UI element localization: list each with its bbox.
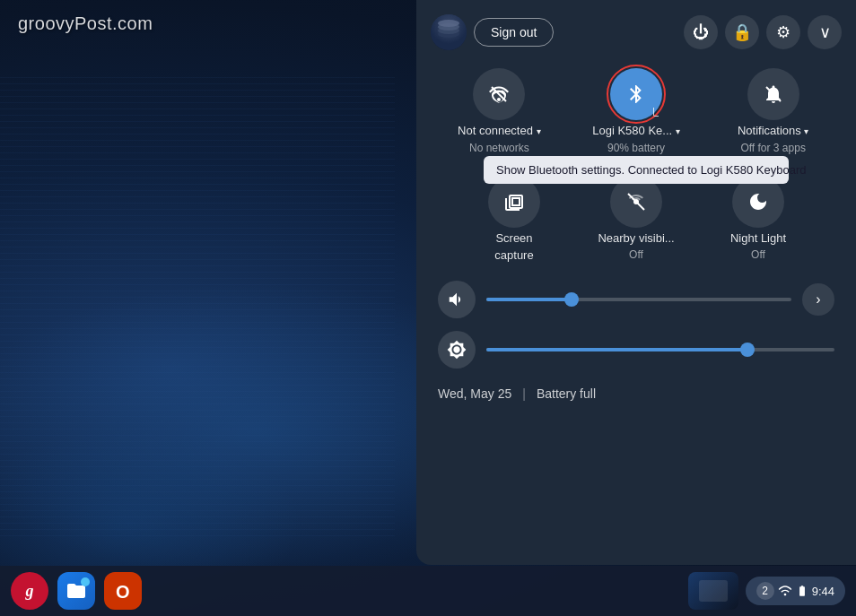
brightness-slider-row bbox=[438, 331, 834, 369]
brightness-slider-thumb[interactable] bbox=[740, 343, 755, 357]
wifi-label: Not connected ▾ bbox=[458, 124, 540, 138]
volume-expand-button[interactable]: › bbox=[802, 283, 834, 316]
volume-slider-thumb[interactable] bbox=[564, 292, 579, 307]
avatar[interactable] bbox=[431, 14, 467, 50]
svg-rect-7 bbox=[512, 198, 520, 205]
settings-icon: ⚙ bbox=[776, 22, 790, 42]
separator: | bbox=[522, 386, 526, 401]
taskbar-right: 2 9:44 bbox=[688, 572, 845, 610]
lock-button[interactable]: 🔒 bbox=[725, 15, 759, 49]
lock-icon: 🔒 bbox=[732, 22, 752, 42]
night-light-tile[interactable]: Night Light Off bbox=[704, 176, 812, 262]
notification-badge: 2 bbox=[756, 582, 774, 600]
files-app-icon bbox=[57, 572, 95, 610]
bluetooth-tile[interactable]: Logi K580 Ke... ▾ 90% battery Show Bluet… bbox=[582, 68, 690, 154]
tiles-row-1: Not connected ▾ No networks Logi K580 Ke… bbox=[431, 61, 842, 161]
quick-settings-panel: Sign out ⏻ 🔒 ⚙ ∨ bbox=[416, 0, 856, 565]
taskbar-app-g[interactable]: g bbox=[11, 572, 48, 610]
power-icon: ⏻ bbox=[693, 23, 709, 42]
battery-label: Battery full bbox=[537, 386, 596, 401]
bluetooth-icon bbox=[625, 83, 647, 105]
notifications-icon-wrap bbox=[747, 68, 799, 120]
bluetooth-icon-wrap bbox=[610, 68, 662, 120]
files-notification-dot bbox=[81, 577, 90, 586]
svg-text:O: O bbox=[116, 582, 130, 602]
nearby-label: Nearby visibi... bbox=[598, 231, 674, 246]
volume-slider-fill bbox=[486, 298, 572, 301]
volume-icon bbox=[447, 290, 467, 309]
expand-button[interactable]: ∨ bbox=[808, 15, 842, 49]
brightness-button[interactable] bbox=[438, 331, 476, 369]
avatar-image bbox=[431, 14, 467, 50]
clock: 9:44 bbox=[812, 585, 834, 598]
wifi-icon-wrap bbox=[473, 68, 525, 120]
notifications-off-icon bbox=[763, 83, 784, 105]
nearby-share-tile[interactable]: Nearby visibi... Off bbox=[582, 176, 690, 262]
chevron-right-icon: › bbox=[816, 291, 820, 308]
bluetooth-sublabel: 90% battery bbox=[607, 142, 665, 154]
screen-capture-icon bbox=[503, 191, 525, 213]
volume-button[interactable] bbox=[438, 281, 476, 318]
night-light-icon bbox=[747, 191, 769, 213]
brightness-icon bbox=[447, 340, 467, 360]
g-app-icon: g bbox=[11, 572, 48, 610]
wifi-icon bbox=[488, 83, 510, 105]
night-light-label: Night Light bbox=[730, 231, 786, 246]
screen-capture-label: Screen bbox=[495, 231, 532, 246]
taskbar-app-office[interactable]: O bbox=[104, 572, 142, 610]
notifications-sublabel: Off for 3 apps bbox=[740, 142, 806, 154]
notifications-tile[interactable]: Notifications ▾ Off for 3 apps bbox=[720, 68, 827, 154]
battery-status-icon bbox=[796, 585, 808, 597]
svg-point-3 bbox=[438, 20, 459, 27]
chevron-down-icon: ∨ bbox=[819, 22, 831, 42]
svg-point-4 bbox=[497, 98, 501, 101]
taskbar-thumbnail[interactable] bbox=[688, 572, 738, 610]
taskbar-app-files[interactable] bbox=[57, 572, 95, 610]
night-light-sublabel: Off bbox=[751, 248, 765, 261]
settings-button[interactable]: ⚙ bbox=[766, 15, 800, 49]
notifications-label: Notifications ▾ bbox=[738, 124, 808, 138]
volume-slider-row: › bbox=[438, 281, 834, 318]
volume-slider-track[interactable] bbox=[486, 298, 791, 301]
screen-capture-tile[interactable]: Screen capture bbox=[460, 176, 568, 263]
sign-out-button[interactable]: Sign out bbox=[474, 18, 554, 47]
bluetooth-tooltip: Show Bluetooth settings. Connected to Lo… bbox=[484, 156, 789, 184]
taskbar-apps: g O bbox=[11, 572, 142, 610]
screen-capture-label2: capture bbox=[494, 248, 533, 263]
date-battery-bar: Wed, May 25 | Battery full bbox=[431, 379, 842, 404]
water-texture bbox=[0, 72, 395, 538]
power-button[interactable]: ⏻ bbox=[684, 15, 718, 49]
wifi-status-icon bbox=[778, 584, 792, 598]
wifi-tile[interactable]: Not connected ▾ No networks bbox=[445, 68, 553, 154]
office-app-icon: O bbox=[104, 572, 142, 610]
wifi-sublabel: No networks bbox=[469, 142, 529, 154]
date-label: Wed, May 25 bbox=[438, 386, 511, 401]
taskbar: g O bbox=[0, 566, 856, 616]
top-bar: Sign out ⏻ 🔒 ⚙ ∨ bbox=[431, 11, 842, 61]
bluetooth-label: Logi K580 Ke... ▾ bbox=[592, 124, 680, 138]
nearby-sublabel: Off bbox=[629, 248, 643, 261]
sliders-section: › bbox=[431, 270, 842, 379]
brightness-slider-fill bbox=[486, 348, 747, 351]
brightness-slider-track[interactable] bbox=[486, 348, 834, 351]
nearby-icon bbox=[625, 191, 647, 213]
system-tray[interactable]: 2 9:44 bbox=[746, 577, 845, 605]
watermark: groovyPost.com bbox=[18, 13, 153, 34]
